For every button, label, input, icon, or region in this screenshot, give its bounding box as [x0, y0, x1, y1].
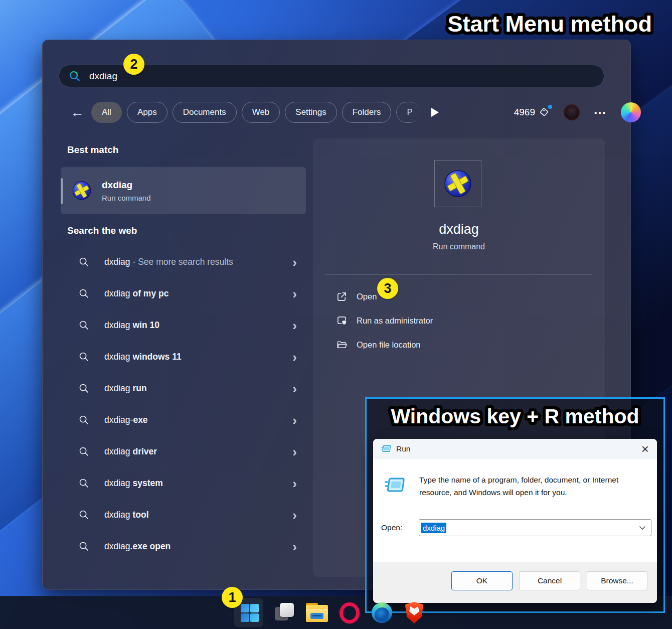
chevron-right-icon: ›: [292, 287, 297, 300]
chevron-right-icon: ›: [292, 445, 297, 458]
tab-settings[interactable]: Settings: [285, 102, 337, 123]
suggestion-dxdiag-windows-11[interactable]: dxdiag windows 11 ›: [61, 341, 306, 373]
annotation-badge-1: 1: [222, 587, 243, 608]
best-match-header: Best match: [67, 144, 118, 155]
annotation-title-winr: Windows key + R method: [391, 405, 639, 428]
web-suggestion-list: dxdiag - See more search results › dxdia…: [61, 246, 306, 562]
divider: [325, 274, 592, 275]
play-icon[interactable]: [431, 108, 439, 117]
best-match-result-dxdiag[interactable]: dxdiag Run command: [61, 167, 306, 214]
search-web-header: Search the web: [67, 225, 137, 236]
action-open-file-location[interactable]: Open file location: [325, 335, 593, 355]
search-icon: [78, 478, 90, 489]
notification-dot: [548, 105, 552, 109]
suggestion-dxdiag-driver[interactable]: dxdiag driver ›: [61, 436, 306, 467]
chevron-right-icon: ›: [292, 319, 297, 332]
suggestion-dxdiag-tool[interactable]: dxdiag tool ›: [61, 499, 306, 531]
action-run-as-administrator[interactable]: Run as administrator: [325, 310, 593, 331]
chevron-right-icon: ›: [292, 540, 297, 553]
preview-title: dxdiag: [313, 222, 605, 237]
search-icon: [78, 509, 90, 521]
run-dialog: Run × Type the name of a program, folder…: [373, 439, 657, 603]
tab-photos-clipped[interactable]: P: [396, 102, 420, 123]
opera-gx-button[interactable]: [340, 602, 360, 623]
tab-documents[interactable]: Documents: [173, 102, 237, 123]
chevron-down-icon[interactable]: [639, 526, 646, 530]
chevron-right-icon: ›: [292, 382, 297, 395]
open-label: Open:: [381, 523, 402, 532]
suggestion-dxdiag-see-more[interactable]: dxdiag - See more search results ›: [61, 246, 306, 278]
run-dialog-title: Run: [396, 444, 410, 453]
suggestion-dxdiag-exe-open[interactable]: dxdiag.exe open ›: [61, 531, 306, 562]
preview-icon-box: [434, 160, 481, 207]
chevron-right-icon: ›: [292, 477, 297, 490]
annotation-badge-3: 3: [377, 278, 398, 299]
ok-button[interactable]: OK: [451, 571, 513, 590]
run-dialog-icon: [381, 445, 391, 453]
suggestion-dxdiag-system[interactable]: dxdiag system ›: [61, 467, 306, 499]
file-explorer-button[interactable]: [306, 603, 328, 622]
search-icon: [78, 256, 90, 268]
annotation-badge-2: 2: [123, 54, 144, 75]
start-button[interactable]: [241, 604, 259, 622]
combobox-selected-text: dxdiag: [421, 523, 446, 533]
dxdiag-icon: [71, 180, 93, 202]
suggestion-dxdiag-win-10[interactable]: dxdiag win 10 ›: [61, 309, 306, 341]
scrollbar-thumb[interactable]: [61, 178, 63, 204]
search-icon: [78, 383, 90, 394]
preview-subtitle: Run command: [313, 242, 605, 251]
suggestion-dxdiag-run[interactable]: dxdiag run ›: [61, 373, 306, 404]
tab-web[interactable]: Web: [242, 102, 280, 123]
screen: Start Menu method 2 ← All Apps Documents…: [0, 0, 672, 629]
search-icon: [78, 541, 90, 552]
search-header-right: 4969 …: [514, 102, 641, 123]
search-icon: [78, 351, 90, 363]
edge-button[interactable]: [372, 602, 392, 623]
more-options-icon[interactable]: …: [593, 104, 607, 114]
cancel-button[interactable]: Cancel: [519, 571, 580, 590]
run-dialog-footer: OK Cancel Browse...: [373, 562, 657, 603]
copilot-icon[interactable]: [621, 102, 641, 122]
tab-folders[interactable]: Folders: [342, 102, 392, 123]
browse-button[interactable]: Browse...: [587, 571, 647, 590]
search-icon: [78, 288, 90, 299]
search-icon: [78, 446, 90, 457]
suggestion-dxdiag-exe[interactable]: dxdiag-exe ›: [61, 404, 306, 436]
chevron-right-icon: ›: [292, 256, 297, 269]
result-title: dxdiag: [102, 180, 151, 191]
chevron-right-icon: ›: [292, 509, 297, 522]
chevron-right-icon: ›: [292, 351, 297, 364]
tab-apps[interactable]: Apps: [127, 102, 167, 123]
open-combobox[interactable]: dxdiag: [419, 519, 651, 536]
admin-shield-icon: [336, 315, 348, 327]
result-subtitle: Run command: [102, 194, 151, 202]
tab-all[interactable]: All: [91, 102, 122, 123]
chevron-right-icon: ›: [292, 414, 297, 427]
folder-icon: [336, 339, 348, 351]
annotation-title-start-menu: Start Menu method: [447, 11, 652, 37]
run-dialog-titlebar[interactable]: Run ×: [373, 439, 657, 459]
search-icon: [68, 70, 81, 83]
run-dialog-message: Type the name of a program, folder, docu…: [419, 474, 643, 499]
search-icon: [78, 414, 90, 426]
close-icon[interactable]: ×: [641, 442, 649, 455]
open-external-icon: [336, 291, 348, 302]
search-input[interactable]: [89, 71, 541, 82]
run-message-icon: [384, 477, 405, 494]
search-filter-tabs: ← All Apps Documents Web Settings Folder…: [68, 101, 439, 123]
user-avatar[interactable]: [564, 104, 580, 120]
search-icon: [78, 320, 90, 331]
action-open[interactable]: Open: [325, 286, 593, 306]
suggestion-dxdiag-of-my-pc[interactable]: dxdiag of my pc ›: [61, 278, 306, 309]
dxdiag-icon: [442, 168, 474, 200]
rewards-counter[interactable]: 4969: [514, 106, 550, 118]
back-arrow-icon[interactable]: ←: [68, 105, 86, 120]
rewards-count: 4969: [514, 107, 535, 118]
task-view-button[interactable]: [274, 602, 295, 623]
